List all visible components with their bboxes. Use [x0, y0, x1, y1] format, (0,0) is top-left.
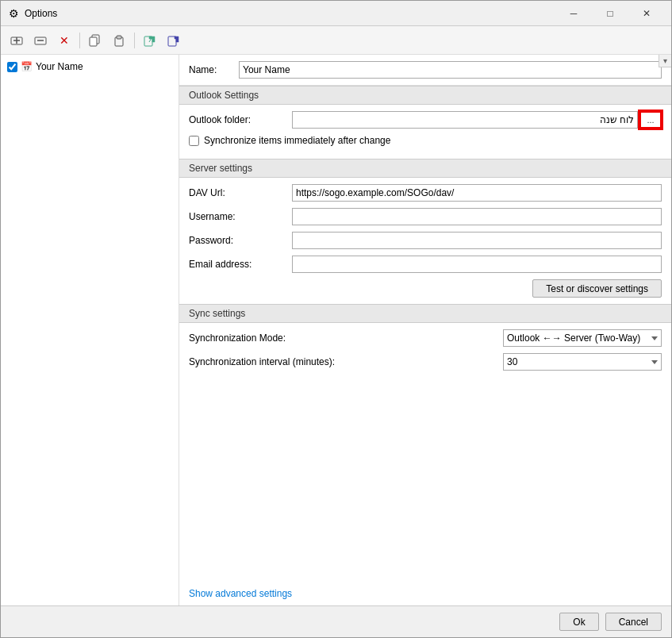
- ok-button[interactable]: Ok: [559, 613, 598, 631]
- email-input[interactable]: [292, 256, 662, 273]
- name-field-label: Name:: [189, 64, 232, 75]
- discover-settings-row: Test or discover settings: [189, 279, 662, 298]
- right-panel: ▾ Name: Outlook Settings Outlook folder:…: [179, 55, 671, 605]
- export-icon: [144, 34, 156, 47]
- add-icon: [10, 34, 23, 47]
- svg-rect-6: [90, 37, 97, 46]
- toolbar-separator-2: [134, 33, 135, 48]
- scroll-indicator: ▾: [659, 55, 671, 67]
- password-row: Password:: [189, 232, 662, 249]
- sync-interval-select[interactable]: 30 5 10 15 60: [503, 353, 662, 371]
- bottom-bar: Ok Cancel: [1, 605, 671, 637]
- sync-mode-row: Synchronization Mode: Outlook ←→ Server …: [189, 329, 662, 347]
- import-toolbar-button[interactable]: [163, 30, 185, 51]
- outlook-folder-label: Outlook folder:: [189, 114, 292, 125]
- username-label: Username:: [189, 211, 292, 222]
- cancel-button[interactable]: Cancel: [605, 613, 662, 631]
- sync-mode-select-wrapper: Outlook ←→ Server (Two-Way) Outlook → Se…: [292, 329, 662, 347]
- sync-immediately-checkbox[interactable]: [189, 136, 199, 146]
- sync-mode-label: Synchronization Mode:: [189, 332, 292, 344]
- name-row: Name:: [179, 55, 671, 86]
- test-discover-button[interactable]: Test or discover settings: [532, 279, 662, 298]
- outlook-folder-row: Outlook folder: ...: [189, 111, 662, 129]
- server-settings-body: DAV Url: Username: Password: Email addre…: [179, 178, 671, 304]
- server-settings-header: Server settings: [179, 159, 671, 178]
- sidebar-item-label: Your Name: [36, 61, 83, 72]
- sync-immediately-label: Synchronize items immediately after chan…: [204, 135, 390, 146]
- username-input[interactable]: [292, 208, 662, 225]
- minimize-button[interactable]: ─: [555, 1, 592, 26]
- edit-icon: [34, 34, 47, 47]
- email-row: Email address:: [189, 256, 662, 273]
- window-title: Options: [25, 8, 555, 19]
- outlook-folder-input-group: ...: [292, 111, 662, 129]
- sidebar-item-checkbox[interactable]: [7, 62, 17, 72]
- sync-interval-select-wrapper: 30 5 10 15 60: [335, 353, 662, 371]
- outlook-folder-input[interactable]: [292, 111, 638, 129]
- options-window: ⚙ Options ─ □ ✕ ✕: [0, 0, 672, 638]
- sidebar-item-calendar-icon: 📅: [21, 61, 33, 72]
- sync-interval-row: Synchronization interval (minutes): 30 5…: [189, 353, 662, 371]
- window-icon: ⚙: [7, 7, 20, 20]
- window-controls: ─ □ ✕: [555, 1, 665, 26]
- import-icon: [167, 34, 180, 47]
- export-toolbar-button[interactable]: [139, 30, 161, 51]
- sync-immediately-row: Synchronize items immediately after chan…: [189, 135, 662, 146]
- copy-icon: [89, 34, 102, 47]
- password-label: Password:: [189, 235, 292, 246]
- paste-icon: [113, 34, 125, 47]
- toolbar: ✕: [1, 26, 671, 55]
- main-content: 📅 Your Name ▾ Name: Outlook Settings Out…: [1, 55, 671, 605]
- delete-toolbar-button[interactable]: ✕: [53, 30, 75, 51]
- sidebar: 📅 Your Name: [1, 55, 179, 605]
- title-bar: ⚙ Options ─ □ ✕: [1, 1, 671, 26]
- svg-rect-8: [117, 36, 121, 39]
- sync-interval-label: Synchronization interval (minutes):: [189, 356, 335, 367]
- sidebar-item-your-name[interactable]: 📅 Your Name: [1, 58, 179, 75]
- dav-url-input[interactable]: [292, 184, 662, 202]
- edit-toolbar-button[interactable]: [29, 30, 52, 51]
- sync-settings-header: Sync settings: [179, 304, 671, 323]
- maximize-button[interactable]: □: [592, 1, 628, 26]
- dav-url-row: DAV Url:: [189, 184, 662, 202]
- sync-settings-body: Synchronization Mode: Outlook ←→ Server …: [179, 323, 671, 383]
- paste-toolbar-button[interactable]: [108, 30, 130, 51]
- add-toolbar-button[interactable]: [6, 30, 28, 51]
- password-input[interactable]: [292, 232, 662, 249]
- close-button[interactable]: ✕: [628, 1, 665, 26]
- copy-toolbar-button[interactable]: [84, 30, 106, 51]
- outlook-settings-header: Outlook Settings: [179, 86, 671, 105]
- content-spacer: [179, 383, 671, 582]
- sync-mode-select[interactable]: Outlook ←→ Server (Two-Way) Outlook → Se…: [503, 329, 662, 347]
- browse-button[interactable]: ...: [639, 111, 662, 129]
- outlook-settings-body: Outlook folder: ... Synchronize items im…: [179, 105, 671, 159]
- name-input[interactable]: [239, 61, 662, 79]
- dav-url-label: DAV Url:: [189, 187, 292, 198]
- username-row: Username:: [189, 208, 662, 225]
- advanced-settings-link[interactable]: Show advanced settings: [179, 582, 671, 605]
- toolbar-separator-1: [79, 33, 80, 48]
- email-label: Email address:: [189, 259, 292, 270]
